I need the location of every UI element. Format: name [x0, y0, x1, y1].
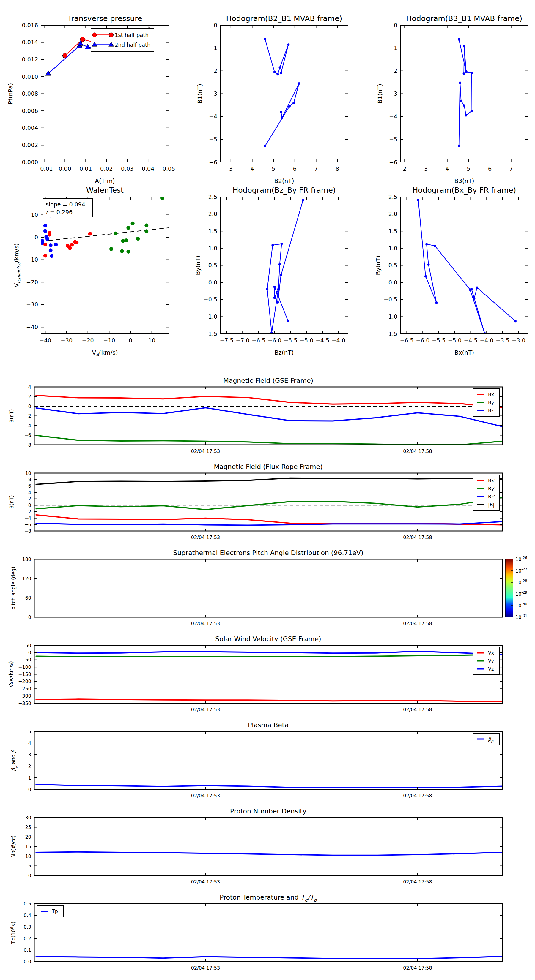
np-ytick-label: 20: [25, 834, 31, 840]
vsw-legend-label: Vz: [488, 666, 494, 672]
walen-annotation-line: slope = 0.094: [46, 201, 85, 208]
b2b1-series-1: [264, 38, 300, 147]
tp-ytick-label: 0.2: [24, 936, 31, 942]
transverse-legend-label: 2nd half path: [115, 41, 150, 48]
tp-time-label: 02/04 17:58: [403, 965, 432, 971]
chart-b2b1: 3456780−1−2−3−4−5−6Hodogram(B2_B1 MVAB f…: [196, 14, 348, 185]
chart-bxby: −6.5−6.0−5.5−5.0−4.5−4.0−3.5−3.02.52.01.…: [375, 186, 528, 356]
chart-b_fr: 02/04 17:5302/04 17:581086420−2−4−6−8Mag…: [9, 463, 502, 540]
tp-legend-label: Tp: [52, 908, 58, 914]
b2b1-ytick-label: 0: [214, 22, 217, 29]
bxby-ytick-label: 0.5: [388, 262, 398, 269]
vsw-time-label: 02/04 17:58: [403, 707, 432, 713]
bxby-ytick-label: 2.0: [388, 210, 398, 217]
chart-sepad: 02/04 17:5302/04 17:58180120600Suprather…: [10, 549, 527, 626]
transverse-xtick-label: 0.00: [59, 165, 71, 172]
np-time-label: 02/04 17:53: [191, 879, 220, 885]
beta-ticks: [34, 732, 502, 789]
walen-ytick-label: −10: [26, 256, 38, 263]
b2b1-title: Hodogram(B2_B1 MVAB frame): [226, 14, 342, 23]
b_fr-series-2: [36, 498, 502, 510]
beta-ytick-label: 4: [28, 740, 31, 746]
transverse-ytick-label: 0.010: [22, 73, 38, 80]
b_fr-time-label: 02/04 17:53: [191, 535, 220, 540]
vsw-title: Solar Wind Velocity (GSE Frame): [215, 635, 321, 643]
b_fr-ytick-label: 6: [28, 483, 31, 489]
b2b1-ylabel: B1(nT): [196, 84, 203, 103]
b_fr-title: Magnetic Field (Flux Rope Frame): [214, 463, 323, 470]
transverse-ytick-label: 0.006: [22, 108, 38, 114]
bzby-xtick-label: −4.5: [316, 337, 329, 344]
bxby-ytick-label: 1.0: [388, 245, 398, 251]
vsw-plot-area: [36, 651, 502, 702]
transverse-ytick-label: 0.016: [22, 22, 38, 29]
walen-ytick-label: −30: [26, 301, 38, 308]
walen-xtick-label: 0: [129, 337, 132, 344]
vsw-ytick-label: −50: [21, 657, 31, 663]
b_gse-series-3: [36, 408, 502, 426]
bxby-ytick-label: 2.5: [388, 194, 398, 200]
bzby-ytick-label: −1.5: [204, 331, 217, 337]
b3b1-title: Hodogram(B3_B1 MVAB frame): [406, 14, 522, 23]
b2b1-ticks: [220, 25, 348, 162]
b3b1-xtick-label: 5: [466, 165, 470, 172]
np-time-label: 02/04 17:58: [403, 879, 432, 885]
sepad-colorbar-label: 10-26: [515, 556, 527, 562]
b2b1-ytick-label: −5: [209, 136, 217, 143]
tp-plot-area: [36, 956, 502, 959]
vsw-ytick-label: −250: [18, 686, 31, 692]
bxby-ytick-label: −1.0: [384, 313, 398, 320]
b2b1-ytick-label: −2: [209, 67, 217, 74]
bzby-xtick-label: −4.0: [332, 337, 345, 344]
bxby-xtick-label: −3.5: [496, 337, 509, 344]
bzby-ytick-label: −0.5: [204, 296, 217, 302]
figure-canvas: −0.010.000.010.020.030.040.050.0000.0020…: [0, 0, 535, 980]
b_fr-legend-label: |B|: [488, 502, 495, 508]
b3b1-ytick-label: −6: [389, 159, 398, 165]
bxby-ytick-label: 0.0: [388, 279, 398, 286]
vsw-ytick-label: 0: [28, 650, 31, 655]
bxby-axes-frame: [400, 197, 528, 334]
b_fr-ytick-label: 0: [28, 503, 31, 508]
walen-ylabel: Vremaining(km/s): [13, 243, 21, 287]
b_gse-series-1: [36, 395, 502, 408]
tp-title: Proton Temperature and Te/Tp: [220, 894, 317, 903]
sepad-title: Suprathermal Electrons Pitch Angle Distr…: [173, 549, 363, 557]
chart-transverse: −0.010.000.010.020.030.040.050.0000.0020…: [7, 14, 175, 185]
b3b1-ylabel: B1(nT): [376, 84, 383, 103]
b2b1-ytick-label: −6: [209, 159, 217, 165]
b_gse-ticks: [34, 387, 502, 445]
bzby-xlabel: Bz(nT): [275, 349, 294, 356]
bzby-xtick-label: −6.5: [252, 337, 265, 344]
b_gse-axes-frame: [34, 387, 502, 445]
transverse-xtick-label: −0.01: [35, 165, 53, 172]
vsw-legend: VxVyVz: [473, 647, 499, 675]
b2b1-xtick-label: 4: [250, 165, 254, 172]
beta-series-1: [36, 784, 502, 788]
bzby-series-1: [266, 199, 304, 334]
transverse-ytick-label: 0.014: [22, 39, 38, 45]
b_fr-series-4: [36, 478, 502, 484]
sepad-colorbar-label: 10-31: [515, 614, 527, 620]
walen-title: WalenTest: [86, 186, 124, 194]
walen-xlabel: VA(km/s): [92, 349, 118, 357]
b2b1-xtick-label: 7: [314, 165, 318, 172]
beta-plot-area: [36, 784, 502, 788]
b3b1-xtick-label: 7: [509, 165, 513, 172]
transverse-title: Transverse pressure: [67, 14, 142, 23]
transverse-ytick-label: 0.008: [22, 90, 38, 97]
transverse-xtick-label: 0.02: [100, 165, 113, 172]
sepad-time-label: 02/04 17:53: [191, 620, 220, 626]
transverse-legend-label: 1st half path: [115, 32, 149, 38]
vsw-series-1: [36, 699, 502, 702]
beta-axes-frame: [34, 732, 502, 789]
b_fr-ytick-label: −4: [24, 515, 31, 521]
transverse-xlabel: A(T·m): [95, 177, 115, 185]
b_fr-time-label: 02/04 17:58: [403, 535, 432, 540]
chart-beta: 02/04 17:5302/04 17:58543210Plasma Betaβ…: [10, 721, 502, 799]
b3b1-xtick-label: 2: [403, 165, 406, 172]
vsw-ticks: [34, 645, 502, 703]
bzby-xtick-label: −6.0: [268, 337, 281, 344]
b3b1-ytick-label: −3: [389, 90, 398, 97]
walen-xtick-label: −20: [82, 337, 94, 344]
